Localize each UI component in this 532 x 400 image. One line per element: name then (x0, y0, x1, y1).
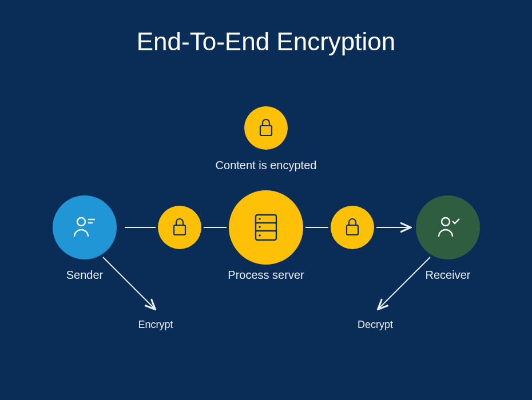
svg-line-18 (379, 257, 430, 309)
svg-line-17 (103, 257, 154, 309)
decrypt-label: Decrypt (341, 319, 410, 331)
encrypt-label: Encrypt (121, 319, 190, 331)
connectors (0, 0, 532, 400)
